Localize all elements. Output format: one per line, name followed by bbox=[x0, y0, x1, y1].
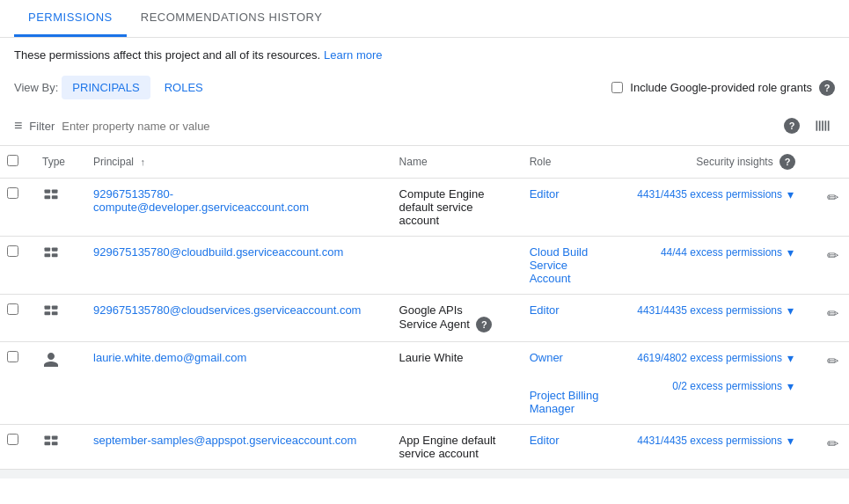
col-principal[interactable]: Principal ↑ bbox=[79, 146, 385, 179]
row4-name: Laurie White bbox=[385, 342, 516, 425]
service-account-icon bbox=[42, 194, 60, 208]
svg-rect-0 bbox=[45, 190, 51, 194]
tab-permissions[interactable]: PERMISSIONS bbox=[14, 0, 127, 37]
filter-bar: ≡ Filter ? bbox=[0, 106, 849, 146]
row5-actions: ✏ bbox=[809, 425, 849, 470]
row4-excess1-link[interactable]: 4619/4802 excess permissions bbox=[637, 352, 782, 364]
sort-arrow-icon: ↑ bbox=[140, 157, 145, 167]
row5-dropdown-btn[interactable]: ▾ bbox=[786, 434, 795, 448]
row5-checkbox-cell bbox=[0, 425, 28, 470]
row4-edit-btn[interactable]: ✏ bbox=[823, 351, 842, 371]
row3-principal: 929675135780@cloudservices.gserviceaccou… bbox=[79, 295, 385, 342]
row2-type-cell bbox=[28, 237, 79, 295]
row4-dropdown2-btn[interactable]: ▾ bbox=[786, 379, 795, 393]
row2-actions: ✏ bbox=[809, 237, 849, 295]
svg-rect-8 bbox=[45, 306, 51, 310]
view-by-label: View By: bbox=[14, 81, 58, 94]
bottom-scrollbar[interactable] bbox=[0, 470, 849, 478]
select-all-checkbox[interactable] bbox=[7, 155, 18, 166]
row4-actions: ✏ bbox=[809, 342, 849, 425]
row2-security: 44/44 excess permissions ▾ bbox=[623, 237, 809, 295]
row2-dropdown-btn[interactable]: ▾ bbox=[786, 245, 795, 259]
row4-role1-link[interactable]: Owner bbox=[530, 351, 563, 364]
row3-checkbox-cell bbox=[0, 295, 28, 342]
service-account-icon bbox=[42, 252, 60, 266]
row5-principal-link[interactable]: september-samples@appspot.gserviceaccoun… bbox=[93, 434, 356, 447]
table-row: september-samples@appspot.gserviceaccoun… bbox=[0, 425, 849, 470]
row2-principal-link[interactable]: 929675135780@cloudbuild.gserviceaccount.… bbox=[93, 245, 343, 259]
row4-security: 4619/4802 excess permissions ▾ 0/2 exces… bbox=[623, 342, 809, 425]
row3-principal-link[interactable]: 929675135780@cloudservices.gserviceaccou… bbox=[93, 303, 361, 317]
view-by-area: View By: PRINCIPALS ROLES bbox=[14, 76, 214, 99]
columns-button[interactable] bbox=[810, 113, 835, 138]
svg-rect-9 bbox=[52, 306, 58, 310]
row2-role: Cloud Build Service Account bbox=[516, 237, 624, 295]
row3-name: Google APIs Service Agent ? bbox=[385, 295, 516, 342]
row4-principal: laurie.white.demo@gmail.com bbox=[79, 342, 385, 425]
row4-dropdown1-btn[interactable]: ▾ bbox=[786, 351, 795, 365]
table-row: laurie.white.demo@gmail.com Laurie White… bbox=[0, 342, 849, 425]
row5-role-link[interactable]: Editor bbox=[530, 434, 560, 447]
row3-dropdown-btn[interactable]: ▾ bbox=[786, 303, 795, 318]
row1-edit-btn[interactable]: ✏ bbox=[823, 187, 842, 208]
row3-security: 4431/4435 excess permissions ▾ bbox=[623, 295, 809, 342]
filter-actions: ? bbox=[784, 113, 835, 138]
row4-principal-link[interactable]: laurie.white.demo@gmail.com bbox=[93, 351, 246, 364]
row3-checkbox[interactable] bbox=[7, 303, 18, 315]
row2-name bbox=[385, 237, 516, 295]
row1-checkbox[interactable] bbox=[7, 187, 18, 199]
view-by-roles[interactable]: ROLES bbox=[154, 76, 214, 99]
row4-excess2-link[interactable]: 0/2 excess permissions bbox=[672, 380, 782, 392]
row5-principal: september-samples@appspot.gserviceaccoun… bbox=[79, 425, 385, 470]
row4-type-cell bbox=[28, 342, 79, 425]
row3-edit-btn[interactable]: ✏ bbox=[823, 303, 842, 324]
row1-principal-link[interactable]: 929675135780-compute@developer.gservicea… bbox=[93, 187, 309, 214]
svg-rect-1 bbox=[52, 190, 58, 194]
row3-role-link[interactable]: Editor bbox=[530, 303, 560, 317]
row3-excess-link[interactable]: 4431/4435 excess permissions bbox=[637, 304, 782, 317]
row5-role: Editor bbox=[516, 425, 624, 470]
row1-excess-link[interactable]: 4431/4435 excess permissions bbox=[637, 188, 782, 201]
svg-rect-5 bbox=[52, 248, 58, 252]
tab-recommendations-history[interactable]: RECOMMENDATIONS HISTORY bbox=[127, 0, 337, 37]
row3-role: Editor bbox=[516, 295, 624, 342]
row2-excess-link[interactable]: 44/44 excess permissions bbox=[661, 246, 782, 259]
learn-more-link[interactable]: Learn more bbox=[324, 48, 382, 62]
info-text: These permissions affect this project an… bbox=[14, 48, 320, 62]
row5-checkbox[interactable] bbox=[7, 434, 18, 445]
help-icon-include[interactable]: ? bbox=[819, 80, 835, 96]
row2-role-link[interactable]: Cloud Build Service Account bbox=[530, 245, 589, 285]
row2-edit-btn[interactable]: ✏ bbox=[823, 245, 842, 266]
row3-type-cell bbox=[28, 295, 79, 342]
row5-name: App Engine default service account bbox=[385, 425, 516, 470]
row1-dropdown-btn[interactable]: ▾ bbox=[786, 187, 795, 201]
person-icon bbox=[42, 358, 60, 371]
row1-security: 4431/4435 excess permissions ▾ bbox=[623, 179, 809, 237]
info-bar: These permissions affect this project an… bbox=[0, 38, 849, 72]
row4-role2-link[interactable]: Project Billing Manager bbox=[530, 389, 599, 415]
row4-roles: Owner Project Billing Manager bbox=[516, 342, 624, 425]
row5-security: 4431/4435 excess permissions ▾ bbox=[623, 425, 809, 470]
row5-edit-btn[interactable]: ✏ bbox=[823, 434, 842, 454]
row2-principal: 929675135780@cloudbuild.gserviceaccount.… bbox=[79, 237, 385, 295]
row1-type-cell bbox=[28, 179, 79, 237]
filter-input[interactable] bbox=[62, 120, 777, 133]
include-checkbox-input[interactable] bbox=[611, 82, 623, 93]
help-icon-security[interactable]: ? bbox=[779, 154, 795, 170]
row2-checkbox[interactable] bbox=[7, 245, 18, 257]
filter-label: Filter bbox=[29, 120, 55, 133]
row1-role-link[interactable]: Editor bbox=[530, 187, 560, 201]
row4-checkbox[interactable] bbox=[7, 351, 18, 362]
svg-rect-3 bbox=[52, 195, 58, 199]
row5-excess-link[interactable]: 4431/4435 excess permissions bbox=[637, 435, 782, 447]
row5-type-cell bbox=[28, 425, 79, 470]
row1-principal: 929675135780-compute@developer.gservicea… bbox=[79, 179, 385, 237]
help-icon-service-agent[interactable]: ? bbox=[476, 317, 492, 332]
row3-actions: ✏ bbox=[809, 295, 849, 342]
service-account-icon bbox=[42, 310, 60, 324]
col-checkbox bbox=[0, 146, 28, 179]
view-by-principals[interactable]: PRINCIPALS bbox=[62, 76, 150, 99]
row1-role: Editor bbox=[516, 179, 624, 237]
col-name: Name bbox=[385, 146, 516, 179]
help-icon-filter[interactable]: ? bbox=[784, 118, 800, 134]
